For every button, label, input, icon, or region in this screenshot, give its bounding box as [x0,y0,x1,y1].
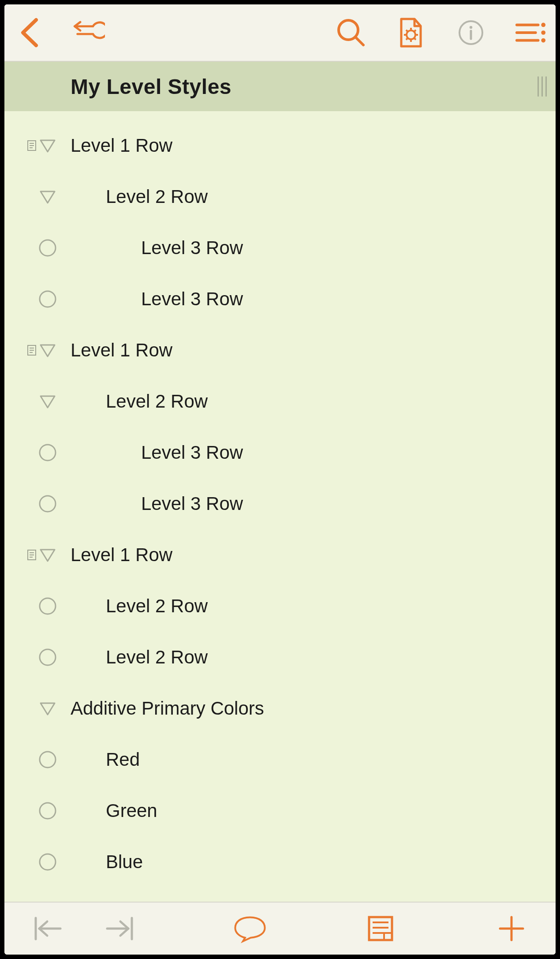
row-gutter [4,171,66,222]
row-gutter [4,478,66,529]
disclosure-triangle-icon[interactable] [38,341,57,360]
disclosure-triangle-icon[interactable] [38,187,57,206]
document-title: My Level Styles [71,75,231,99]
top-toolbar [4,4,556,62]
row-handle-icon[interactable] [38,289,57,309]
row-handle-icon[interactable] [38,494,57,513]
row-gutter [4,734,66,785]
svg-point-33 [40,598,56,614]
row-handle-icon[interactable] [38,238,57,258]
search-button[interactable] [335,17,367,49]
row-gutter [4,427,66,478]
outline-row[interactable]: Level 3 Row [4,427,556,478]
svg-point-2 [407,30,415,39]
row-label[interactable]: Level 2 Row [106,647,208,668]
row-label[interactable]: Level 3 Row [141,288,243,310]
row-handle-icon[interactable] [38,852,57,872]
outline-body: Level 1 RowLevel 2 RowLevel 3 RowLevel 3… [4,111,556,902]
svg-marker-25 [41,396,55,408]
row-handle-icon[interactable] [38,750,57,769]
svg-point-9 [541,23,545,27]
outline-row[interactable]: Level 2 Row [4,171,556,222]
add-row-button[interactable] [494,911,529,946]
outline-row[interactable]: Level 1 Row [4,120,556,171]
row-label[interactable]: Level 3 Row [141,493,243,514]
outline-row[interactable]: Level 2 Row [4,581,556,632]
row-gutter [4,222,66,273]
row-handle-icon[interactable] [38,648,57,667]
svg-point-4 [470,26,472,29]
document-settings-button[interactable] [395,17,427,49]
row-label[interactable]: Level 2 Row [106,186,208,207]
row-label[interactable]: Level 2 Row [106,596,208,617]
row-handle-icon[interactable] [38,801,57,820]
outline-row[interactable]: Level 3 Row [4,222,556,273]
row-label[interactable]: Level 2 Row [106,391,208,412]
outline-row[interactable]: Level 2 Row [4,376,556,427]
svg-marker-24 [41,345,55,356]
row-gutter [4,581,66,632]
row-label[interactable]: Additive Primary Colors [71,698,264,719]
svg-point-10 [541,30,545,35]
info-button[interactable] [455,17,487,49]
document-title-bar[interactable]: My Level Styles [4,62,556,111]
row-gutter [4,273,66,325]
outline-row[interactable]: Level 1 Row [4,529,556,581]
disclosure-triangle-icon[interactable] [38,136,57,155]
outline-row[interactable]: Level 2 Row [4,632,556,683]
note-button[interactable] [232,911,268,946]
svg-point-18 [40,240,56,256]
outline-row[interactable]: Blue [4,836,556,888]
outline-row[interactable]: Additive Primary Colors [4,683,556,734]
svg-point-27 [40,496,56,512]
row-gutter [4,683,66,734]
svg-marker-16 [41,140,55,152]
note-indicator-icon[interactable] [27,550,36,560]
bottom-toolbar [4,902,556,955]
outline-row[interactable]: Red [4,734,556,785]
row-label[interactable]: Blue [106,851,143,873]
back-button[interactable] [13,17,45,49]
row-gutter [4,120,66,171]
svg-point-36 [40,752,56,768]
svg-point-19 [40,291,56,307]
note-indicator-icon[interactable] [27,140,36,151]
row-label[interactable]: Red [106,749,140,770]
disclosure-triangle-icon[interactable] [38,545,57,565]
row-gutter [4,376,66,427]
svg-point-38 [40,854,56,870]
svg-line-1 [355,37,363,45]
disclosure-triangle-icon[interactable] [38,699,57,718]
row-label[interactable]: Green [106,800,157,821]
svg-point-34 [40,649,56,665]
undo-button[interactable] [73,17,105,49]
outline-row[interactable]: Level 3 Row [4,478,556,529]
row-handle-icon[interactable] [38,443,57,462]
svg-marker-32 [41,550,55,561]
view-options-button[interactable] [515,17,547,49]
row-gutter [4,836,66,888]
row-gutter [4,785,66,836]
row-label[interactable]: Level 1 Row [71,340,172,361]
drag-handle-icon[interactable] [538,76,547,97]
row-label[interactable]: Level 3 Row [141,237,243,258]
svg-point-37 [40,803,56,819]
outline-row[interactable]: Level 1 Row [4,325,556,376]
row-label[interactable]: Level 3 Row [141,442,243,463]
outline-row[interactable]: Green [4,785,556,836]
row-gutter [4,632,66,683]
svg-marker-17 [41,191,55,203]
svg-point-26 [40,445,56,461]
row-handle-icon[interactable] [38,596,57,616]
outline-row[interactable]: Level 3 Row [4,273,556,325]
disclosure-triangle-icon[interactable] [38,392,57,411]
svg-point-11 [541,38,545,43]
attachments-button[interactable] [363,911,398,946]
outdent-button[interactable] [31,911,66,946]
indent-button[interactable] [101,911,137,946]
row-label[interactable]: Level 1 Row [71,544,172,566]
row-gutter [4,529,66,581]
svg-marker-35 [41,703,55,715]
row-label[interactable]: Level 1 Row [71,135,172,156]
note-indicator-icon[interactable] [27,345,36,356]
